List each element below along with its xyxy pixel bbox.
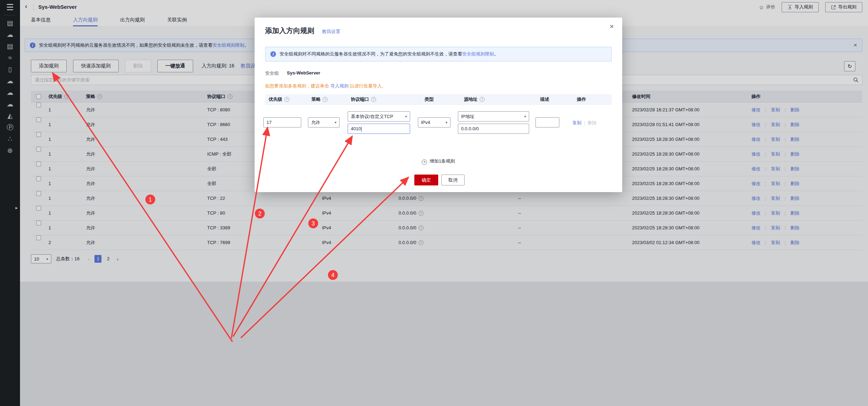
form-col-description: 描述 [540, 94, 549, 105]
dialog-form-header: 优先级? 策略? 协议端口? 类型 源地址? 描述 操作 [265, 94, 612, 105]
add-inbound-rule-dialog: 添加入方向规则 教我设置 × i 安全组规则对不同规格的云服务器生效情况不同，为… [255, 18, 622, 192]
port-input[interactable]: 4010 [348, 124, 410, 134]
form-col-strategy: 策略 [311, 94, 321, 105]
plus-circle-icon: + [422, 159, 427, 165]
tip-text-after: 以进行批量导入。 [349, 83, 387, 89]
tip-import-rules-link[interactable]: 导入规则 [330, 83, 349, 89]
dialog-title: 添加入方向规则 [265, 26, 314, 35]
dialog-rule-limit-link[interactable]: 安全组规则限制 [462, 51, 494, 57]
source-type-select[interactable]: IP地址 ▾ [458, 111, 529, 122]
tip-text: 如您要添加多条规则，建议单击 [265, 83, 330, 89]
form-col-operation: 操作 [577, 94, 586, 105]
port-value: 4010 [351, 126, 361, 131]
source-type-value: IP地址 [461, 113, 474, 120]
delete-rule-link[interactable]: 删除 [587, 120, 597, 125]
chevron-down-icon: ▾ [335, 120, 336, 124]
help-icon[interactable]: ? [371, 97, 376, 102]
text-caret [361, 127, 362, 132]
dialog-banner-text: 安全组规则对不同规格的云服务器生效情况不同，为了避免您的安全组规则不生效，请查看 [280, 51, 462, 57]
confirm-button[interactable]: 确定 [414, 175, 438, 185]
description-input[interactable] [535, 117, 559, 127]
form-col-source: 源地址 [464, 94, 478, 105]
info-icon: i [270, 51, 276, 57]
dialog-close-icon[interactable]: × [610, 22, 614, 31]
form-col-type: 类型 [425, 94, 434, 105]
dialog-teach-me-link[interactable]: 教我设置 [322, 28, 340, 35]
security-group-console: ☰ ▤☁▤≈▯☁☁☁◭Ⓟ∴⊕ ▸ ‹ Sys-WebServer ☺ 评价 导入… [0, 0, 868, 406]
priority-input[interactable]: 17 [263, 117, 301, 127]
form-col-priority: 优先级 [269, 94, 282, 105]
add-one-rule-label: 增加1条规则 [429, 158, 455, 164]
cancel-button[interactable]: 取消 [441, 175, 465, 185]
strategy-value: 允许 [311, 119, 320, 126]
dialog-banner-text-after: 。 [494, 51, 499, 57]
security-group-value: Sys-WebServer [287, 70, 320, 77]
chevron-down-icon: ▾ [405, 114, 407, 118]
chevron-down-icon: ▾ [524, 114, 526, 118]
copy-rule-link[interactable]: 复制 [572, 120, 581, 125]
strategy-select[interactable]: 允许 ▾ [308, 117, 340, 127]
type-select[interactable]: IPv4 ▾ [418, 117, 451, 127]
source-ip-input[interactable]: 0.0.0.0/0 [458, 124, 529, 134]
form-col-protocol: 协议端口 [351, 94, 369, 105]
help-icon[interactable]: ? [480, 97, 485, 102]
help-icon[interactable]: ? [323, 97, 328, 102]
protocol-value: 基本协议/自定义TCP [351, 113, 393, 120]
type-value: IPv4 [421, 120, 430, 125]
add-one-rule-button[interactable]: +增加1条规则 [255, 158, 622, 165]
chevron-down-icon: ▾ [446, 120, 447, 124]
dialog-info-banner: i 安全组规则对不同规格的云服务器生效情况不同，为了避免您的安全组规则不生效，请… [265, 47, 612, 61]
batch-import-tip: 如您要添加多条规则，建议单击 导入规则 以进行批量导入。 [265, 83, 386, 89]
protocol-select[interactable]: 基本协议/自定义TCP ▾ [348, 111, 410, 122]
security-group-label: 安全组 [265, 70, 279, 77]
help-icon[interactable]: ? [284, 97, 289, 102]
